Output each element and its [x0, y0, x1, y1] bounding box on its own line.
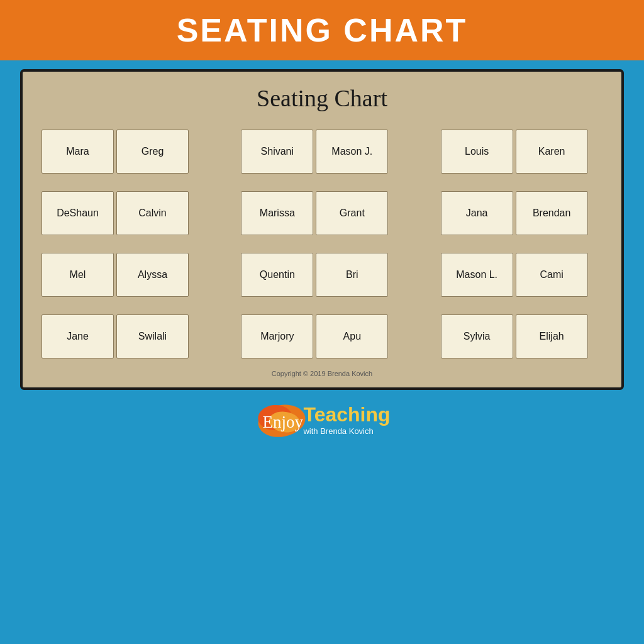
desk-0-2-0: Louis [441, 130, 513, 174]
desk-2-0-0: Mel [42, 253, 114, 297]
desk-1-1-1: Grant [316, 191, 388, 235]
desk-1-2-0: Jana [441, 191, 513, 235]
desk-pair-3-1: MarjoryApu [241, 314, 402, 358]
desk-1-0-1: Calvin [116, 191, 189, 235]
desk-pair-0-1: ShivaniMason J. [241, 130, 402, 174]
desk-pair-1-0: DeShaunCalvin [42, 191, 203, 235]
desk-3-0-1: Swilali [116, 314, 189, 358]
seating-row-3: JaneSwilaliMarjoryApuSylviaElijah [42, 314, 602, 358]
desk-3-1-0: Marjory [241, 314, 313, 358]
page-title: SEATING CHART [0, 11, 644, 49]
paint-splash-icon: Enjoy [253, 399, 310, 440]
desk-pair-2-1: QuentinBri [241, 253, 402, 297]
chart-subtitle: Seating Chart [42, 84, 602, 112]
copyright-text: Copyright © 2019 Brenda Kovich [42, 370, 602, 377]
desk-pair-2-0: MelAlyssa [42, 253, 203, 297]
desk-1-2-1: Brendan [516, 191, 588, 235]
seating-row-0: MaraGregShivaniMason J.LouisKaren [42, 130, 602, 174]
seating-row-1: DeShaunCalvinMarissaGrantJanaBrendan [42, 191, 602, 235]
desk-2-0-1: Alyssa [116, 253, 189, 297]
seating-chart-area: Seating Chart MaraGregShivaniMason J.Lou… [20, 69, 624, 390]
desk-pair-3-2: SylviaElijah [441, 314, 602, 358]
desk-pair-0-0: MaraGreg [42, 130, 203, 174]
seating-grid: MaraGregShivaniMason J.LouisKarenDeShaun… [42, 130, 602, 358]
desk-pair-3-0: JaneSwilali [42, 314, 203, 358]
desk-pair-1-1: MarissaGrant [241, 191, 402, 235]
desk-pair-1-2: JanaBrendan [441, 191, 602, 235]
logo-sub: with Brenda Kovich [303, 426, 373, 436]
desk-3-0-0: Jane [42, 314, 114, 358]
desk-1-0-0: DeShaun [42, 191, 114, 235]
seating-row-2: MelAlyssaQuentinBriMason L.Cami [42, 253, 602, 297]
desk-2-1-1: Bri [316, 253, 388, 297]
bottom-logo: Enjoy Teaching with Brenda Kovich [253, 399, 390, 440]
desk-3-2-0: Sylvia [441, 314, 513, 358]
desk-0-1-0: Shivani [241, 130, 313, 174]
desk-pair-2-2: Mason L.Cami [441, 253, 602, 297]
desk-0-0-1: Greg [116, 130, 189, 174]
desk-2-1-0: Quentin [241, 253, 313, 297]
desk-2-2-0: Mason L. [441, 253, 513, 297]
desk-2-2-1: Cami [516, 253, 588, 297]
desk-3-2-1: Elijah [516, 314, 588, 358]
desk-3-1-1: Apu [316, 314, 388, 358]
svg-text:Enjoy: Enjoy [263, 413, 304, 431]
desk-pair-0-2: LouisKaren [441, 130, 602, 174]
desk-0-1-1: Mason J. [316, 130, 388, 174]
logo-teaching: Teaching [303, 403, 390, 426]
desk-0-2-1: Karen [516, 130, 588, 174]
desk-1-1-0: Marissa [241, 191, 313, 235]
header-banner: SEATING CHART [0, 0, 644, 60]
desk-0-0-0: Mara [42, 130, 114, 174]
